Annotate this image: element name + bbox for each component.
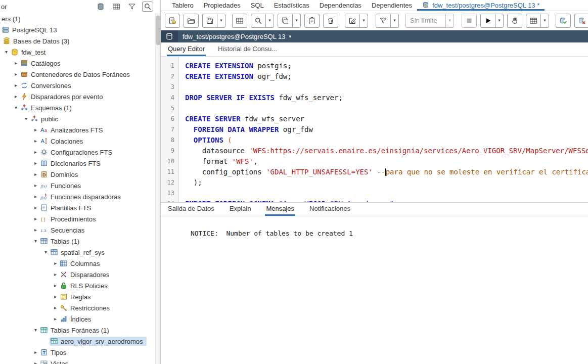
edit-button[interactable] (345, 14, 360, 28)
tree-item[interactable]: ▸ Dominios (0, 169, 155, 180)
tree-chevron-icon[interactable]: ▸ (32, 358, 39, 364)
tree-item[interactable]: ▸ Colaciones (0, 135, 155, 147)
tree-chevron-icon[interactable]: ▾ (32, 236, 39, 247)
tree-item[interactable]: ▾ fdw_test (0, 47, 155, 58)
tree-item[interactable]: ▸ Catálogos (0, 58, 155, 69)
tree-chevron-icon[interactable]: ▾ (22, 113, 30, 124)
cancel-query-button[interactable] (462, 14, 477, 28)
copy-options-button[interactable]: ▾ (292, 14, 301, 28)
edit-grid-button[interactable] (232, 14, 247, 28)
sidebar-scrollbar[interactable] (155, 13, 160, 364)
code-line[interactable] (185, 82, 588, 93)
open-file-button[interactable] (184, 14, 199, 28)
tree-item[interactable]: ▸ Funciones (0, 180, 155, 191)
row-limit-select[interactable]: Sin límite (405, 14, 446, 28)
tree-chevron-icon[interactable]: ▸ (52, 280, 59, 291)
tree-chevron-icon[interactable]: ▸ (32, 202, 39, 213)
connection-caret-icon[interactable]: ▾ (289, 34, 292, 39)
tree-chevron-icon[interactable]: ▸ (32, 191, 39, 202)
tree-item-content[interactable]: spatial_ref_sys (50, 248, 108, 257)
messages-output[interactable]: NOTICE: Number of tables to be created 1 (161, 216, 588, 364)
tree-chevron-icon[interactable]: ▸ (52, 302, 59, 313)
tree-item-content[interactable]: RLS Policies (59, 281, 111, 290)
editor-tab[interactable]: Query Editor (167, 42, 206, 56)
tree-item-content[interactable]: Analizadores FTS (39, 125, 106, 134)
query-tool-tab[interactable]: fdw_test/postgres@PostgreSQL 13 * (417, 0, 545, 11)
tree-item-content[interactable]: Tablas Foráneas (1) (39, 326, 113, 335)
tree-item-content[interactable]: Colaciones (39, 136, 86, 146)
code-line[interactable]: format 'WFS', (185, 156, 588, 167)
tree-item-content[interactable]: Funciones (39, 181, 84, 190)
tree-item[interactable]: ▸ RLS Policies (0, 280, 155, 291)
tree-item-content[interactable]: aero_vigor_srv_aerodromos (50, 337, 147, 346)
code-line[interactable]: CREATE EXTENSION ogr_fdw; (185, 71, 588, 82)
tree-item[interactable]: ▸ Columnas (0, 258, 155, 269)
tree-item[interactable]: ▸ Conversiones (0, 80, 155, 91)
results-tab[interactable]: Mensajes (265, 203, 295, 216)
tree-item-content[interactable]: fdw_test (10, 48, 49, 57)
filter-options-button[interactable]: ▾ (390, 14, 399, 28)
tree-item[interactable]: ▸ Disparadores por evento (0, 91, 155, 102)
tree-item-content[interactable]: Tablas (1) (39, 237, 83, 246)
tree-chevron-icon[interactable]: ▸ (32, 180, 39, 191)
tree-chevron-icon[interactable]: ▸ (32, 158, 39, 169)
tree-item-content[interactable]: Contenedores de Datos Foráneos (20, 70, 133, 79)
code-area[interactable]: CREATE EXTENSION postgis;CREATE EXTENSIO… (179, 57, 588, 202)
code-line[interactable] (185, 103, 588, 114)
tree-item[interactable]: ▾ spatial_ref_sys (0, 247, 155, 258)
tree-chevron-icon[interactable]: ▸ (32, 147, 39, 158)
tree-item[interactable]: Bases de Datos (3) (0, 35, 155, 47)
tree-item-content[interactable]: Disparadores (59, 270, 113, 279)
results-grid-options-button[interactable]: ▾ (540, 14, 549, 28)
rollback-button[interactable] (574, 14, 588, 28)
tree-chevron-icon[interactable]: ▸ (12, 69, 20, 80)
tree-chevron-icon[interactable]: ▸ (32, 124, 39, 135)
tree-chevron-icon[interactable]: ▸ (32, 135, 39, 147)
copy-button[interactable] (278, 14, 293, 28)
tree-item[interactable]: ▸ Disparadores (0, 269, 155, 280)
tree-item-content[interactable]: Esquemas (1) (20, 103, 75, 112)
code-line[interactable]: datasource 'WFS:https://servais.enaire.e… (185, 146, 588, 156)
tree-item-content[interactable]: Catálogos (20, 59, 64, 68)
main-tab[interactable]: Dependencias (314, 0, 367, 11)
paste-button[interactable] (304, 14, 320, 28)
tree-item[interactable]: ▸ Plantillas FTS (0, 202, 155, 213)
code-line[interactable]: OPTIONS ( (185, 135, 588, 146)
tree-item-content[interactable]: Disparadores por evento (20, 92, 106, 101)
results-tab[interactable]: Notificaciones (308, 203, 351, 216)
tree-item[interactable]: ▾ Tablas Foráneas (1) (0, 325, 155, 336)
tree-chevron-icon[interactable]: ▸ (12, 91, 20, 102)
results-grid-button[interactable] (526, 14, 541, 28)
delete-button[interactable] (323, 14, 338, 28)
code-line[interactable]: CREATE EXTENSION postgis; (185, 61, 588, 71)
tree-chevron-icon[interactable]: ▸ (52, 291, 59, 302)
tree-item-content[interactable]: Restricciones (59, 303, 113, 312)
tree-item[interactable]: ers (1) (0, 13, 155, 24)
tree-item[interactable]: ▸ Secuencias (0, 224, 155, 236)
code-line[interactable]: ); (185, 177, 588, 188)
tree-item-content[interactable]: Plantillas FTS (39, 203, 95, 212)
tree-chevron-icon[interactable]: ▸ (12, 58, 20, 69)
tree-item-content[interactable]: Índices (59, 314, 95, 324)
tree-chevron-icon[interactable]: ▸ (52, 313, 59, 325)
find-button[interactable] (251, 14, 266, 28)
tree-item-content[interactable]: public (30, 114, 62, 123)
tree-item-content[interactable]: Vistas (39, 359, 72, 364)
code-line[interactable] (185, 188, 588, 199)
tree-chevron-icon[interactable]: ▸ (12, 80, 20, 91)
main-tab[interactable]: Propiedades (199, 0, 246, 11)
tree-item[interactable]: ▾ public (0, 113, 155, 124)
tree-item[interactable]: ▸ Analizadores FTS (0, 124, 155, 135)
tree-item-content[interactable]: Tipos (39, 348, 70, 357)
main-tab[interactable]: Estadísticas (269, 0, 314, 11)
tree-item[interactable]: ▾ Esquemas (1) (0, 102, 155, 113)
tree-item-content[interactable]: Columnas (59, 259, 104, 268)
edit-options-button[interactable]: ▾ (359, 14, 368, 28)
tree-item[interactable]: ▸ Contenedores de Datos Foráneos (0, 69, 155, 80)
tree-item-content[interactable]: Secuencias (39, 225, 88, 235)
code-line[interactable]: DROP SERVER IF EXISTS fdw_wfs_server; (185, 93, 588, 103)
row-limit-caret[interactable]: ▾ (445, 14, 454, 28)
tree-item-content[interactable]: Reglas (59, 292, 94, 301)
results-tab[interactable]: Explain (229, 203, 252, 216)
results-tab[interactable]: Salida de Datos (167, 203, 215, 216)
